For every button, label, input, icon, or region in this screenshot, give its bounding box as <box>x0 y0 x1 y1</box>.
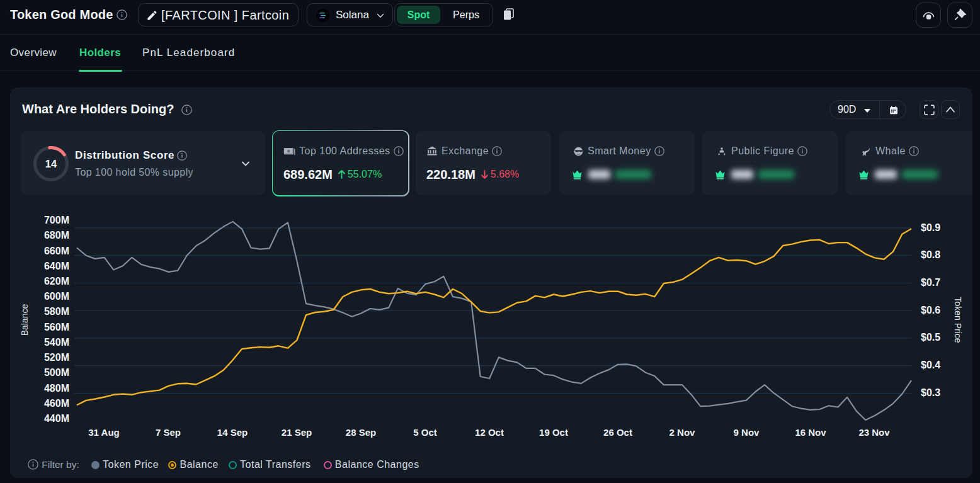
svg-text:14: 14 <box>45 158 57 169</box>
svg-text:660M: 660M <box>44 246 69 256</box>
svg-text:14 Sep: 14 Sep <box>217 427 248 438</box>
svg-text:$0.6: $0.6 <box>921 305 940 315</box>
svg-text:19 Oct: 19 Oct <box>539 427 568 438</box>
svg-text:31 Aug: 31 Aug <box>88 427 119 438</box>
svg-text:500M: 500M <box>44 367 69 378</box>
svg-text:23 Nov: 23 Nov <box>858 427 890 438</box>
svg-text:640M: 640M <box>44 261 69 271</box>
svg-text:680M: 680M <box>44 230 69 241</box>
svg-text:9 Nov: 9 Nov <box>734 427 760 438</box>
svg-text:5 Oct: 5 Oct <box>413 427 437 438</box>
svg-text:560M: 560M <box>44 322 69 332</box>
svg-text:7 Sep: 7 Sep <box>156 427 181 438</box>
svg-text:580M: 580M <box>44 306 69 317</box>
svg-text:Balance: Balance <box>20 304 30 336</box>
svg-text:460M: 460M <box>44 398 69 409</box>
svg-text:$0.4: $0.4 <box>921 360 940 370</box>
svg-text:520M: 520M <box>44 352 69 363</box>
svg-text:440M: 440M <box>44 413 69 424</box>
svg-text:$0.3: $0.3 <box>921 387 940 398</box>
svg-text:$0.5: $0.5 <box>921 332 940 343</box>
svg-text:28 Sep: 28 Sep <box>346 427 376 438</box>
svg-text:2 Nov: 2 Nov <box>669 427 696 438</box>
svg-text:$0.7: $0.7 <box>921 277 940 288</box>
svg-text:600M: 600M <box>44 291 69 302</box>
svg-text:540M: 540M <box>44 337 69 348</box>
svg-text:$0.8: $0.8 <box>921 249 940 260</box>
svg-text:$0.9: $0.9 <box>921 222 940 233</box>
svg-text:12 Oct: 12 Oct <box>475 427 504 438</box>
svg-text:480M: 480M <box>44 383 69 394</box>
svg-text:21 Sep: 21 Sep <box>282 427 312 438</box>
svg-text:16 Nov: 16 Nov <box>795 427 826 438</box>
svg-text:700M: 700M <box>44 215 69 225</box>
svg-text:26 Oct: 26 Oct <box>603 427 632 438</box>
svg-text:Token Price: Token Price <box>953 297 963 343</box>
svg-text:620M: 620M <box>44 276 69 287</box>
